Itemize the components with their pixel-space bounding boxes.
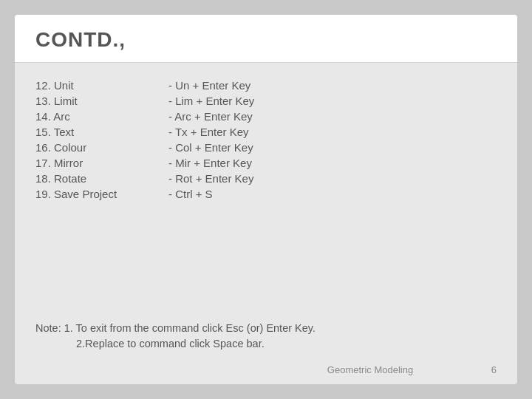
item-label: 14. Arc bbox=[35, 110, 168, 123]
item-shortcut: - Lim + Enter Key bbox=[168, 95, 254, 107]
item-label: 17. Mirror bbox=[35, 157, 168, 169]
table-row: 17. Mirror- Mir + Enter Key bbox=[35, 157, 497, 169]
slide: CONTD., 12. Unit- Un + Enter Key13. Limi… bbox=[15, 15, 517, 384]
note-section: Note: 1. To exit from the command click … bbox=[35, 321, 497, 353]
item-label: 13. Limit bbox=[35, 95, 168, 107]
note-line-2: 2.Replace to command click Space bar. bbox=[35, 336, 497, 352]
item-shortcut: - Col + Enter Key bbox=[168, 141, 253, 154]
slide-title: CONTD., bbox=[35, 28, 497, 52]
table-row: 19. Save Project- Ctrl + S bbox=[35, 188, 497, 200]
item-label: 19. Save Project bbox=[35, 188, 168, 200]
items-table: 12. Unit- Un + Enter Key13. Limit- Lim +… bbox=[35, 79, 497, 200]
footer-label: Geometric Modeling bbox=[259, 364, 482, 375]
item-shortcut: - Mir + Enter Key bbox=[168, 157, 252, 169]
item-shortcut: - Ctrl + S bbox=[168, 188, 213, 200]
note-line-1: Note: 1. To exit from the command click … bbox=[35, 321, 497, 337]
table-row: 15. Text- Tx + Enter Key bbox=[35, 126, 497, 138]
item-shortcut: - Arc + Enter Key bbox=[168, 110, 253, 123]
table-row: 13. Limit- Lim + Enter Key bbox=[35, 95, 497, 107]
footer-page: 6 bbox=[482, 364, 497, 375]
item-label: 18. Rotate bbox=[35, 172, 168, 185]
slide-content: 12. Unit- Un + Enter Key13. Limit- Lim +… bbox=[15, 63, 517, 360]
item-shortcut: - Un + Enter Key bbox=[168, 79, 250, 92]
item-shortcut: - Tx + Enter Key bbox=[168, 126, 249, 138]
slide-header: CONTD., bbox=[15, 15, 517, 63]
table-row: 16. Colour- Col + Enter Key bbox=[35, 141, 497, 154]
table-row: 18. Rotate- Rot + Enter Key bbox=[35, 172, 497, 185]
item-label: 15. Text bbox=[35, 126, 168, 138]
slide-footer: Geometric Modeling 6 bbox=[15, 360, 517, 384]
item-shortcut: - Rot + Enter Key bbox=[168, 172, 253, 185]
item-label: 16. Colour bbox=[35, 141, 168, 154]
table-row: 12. Unit- Un + Enter Key bbox=[35, 79, 497, 92]
table-row: 14. Arc- Arc + Enter Key bbox=[35, 110, 497, 123]
item-label: 12. Unit bbox=[35, 79, 168, 92]
